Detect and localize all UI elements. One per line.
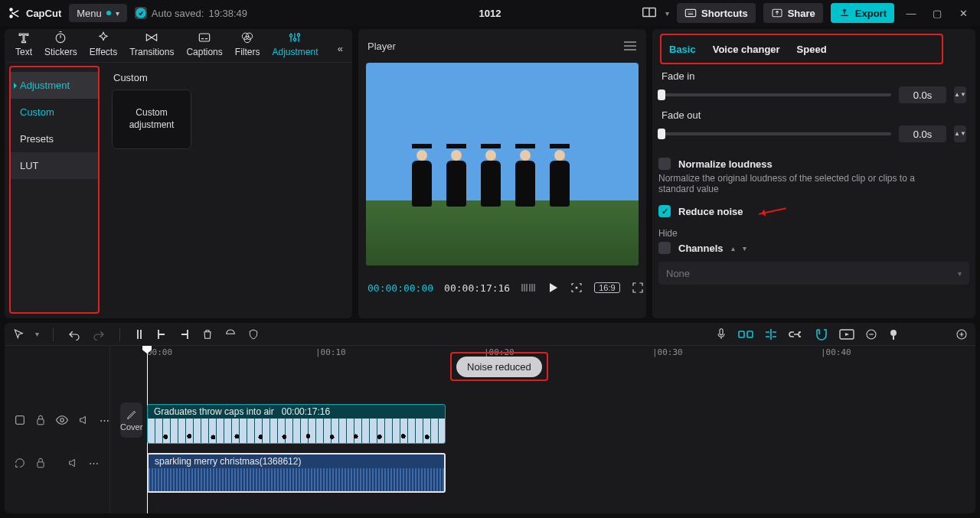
svg-point-27: [60, 419, 64, 422]
audio-clip-name: sparkling merry christmas(1368612): [155, 456, 301, 467]
channels-row[interactable]: Channels ▴ ▾: [658, 242, 969, 254]
export-icon: [838, 8, 851, 18]
sidenav-item-presets[interactable]: Presets: [11, 125, 98, 152]
export-button[interactable]: Export: [831, 3, 894, 23]
window-maximize[interactable]: ▢: [928, 8, 946, 19]
mark-in-icon[interactable]: [224, 328, 237, 340]
share-button[interactable]: Share: [763, 3, 823, 23]
video-clip-duration: 00:00:17:16: [282, 406, 330, 417]
play-icon[interactable]: [547, 282, 559, 294]
captions-icon: [197, 30, 212, 45]
svg-point-15: [294, 38, 296, 41]
aspect-ratio[interactable]: 16:9: [594, 282, 619, 293]
chevron-up-icon[interactable]: ▴: [731, 244, 735, 252]
tab-filters[interactable]: Filters: [229, 27, 266, 62]
tab-adjustment[interactable]: Adjustment: [266, 27, 324, 62]
fade-in-slider[interactable]: [662, 93, 891, 96]
player-menu-icon[interactable]: [623, 41, 637, 51]
columns-icon[interactable]: [521, 282, 536, 293]
split-icon[interactable]: [134, 328, 145, 340]
svg-rect-26: [38, 419, 44, 425]
fade-out-slider[interactable]: [662, 132, 891, 135]
magnet-icon[interactable]: [815, 328, 828, 340]
audio-track-controls: ⋯: [5, 441, 109, 485]
timeline-body[interactable]: 00:00 |00:10 |00:20 |00:30 |00:40 Noise …: [110, 346, 975, 513]
chevron-down-icon[interactable]: ▾: [743, 244, 746, 252]
window-close[interactable]: ✕: [954, 8, 972, 19]
more-icon[interactable]: ⋯: [89, 458, 100, 469]
tab-voice-changer[interactable]: Voice changer: [713, 44, 780, 55]
chevron-down-icon[interactable]: ▾: [35, 330, 39, 338]
noise-reduced-toast: Noise reduced: [450, 352, 548, 381]
svg-point-23: [890, 330, 897, 336]
adjustment-sidenav: Adjustment Custom Presets LUT: [9, 66, 100, 314]
preview-stage[interactable]: [366, 63, 639, 266]
audio-clip[interactable]: sparkling merry christmas(1368612): [147, 453, 446, 493]
pointer-icon[interactable]: [12, 328, 24, 340]
tab-speed[interactable]: Speed: [797, 44, 827, 55]
shortcuts-button[interactable]: Shortcuts: [677, 3, 756, 23]
svg-rect-25: [16, 416, 24, 425]
speaker-icon[interactable]: [78, 414, 90, 426]
mirror-icon[interactable]: [14, 414, 26, 426]
timeline-track-controls: ⋯ Cover ⋯: [5, 346, 110, 513]
eye-icon[interactable]: [55, 415, 69, 425]
window-minimize[interactable]: —: [902, 8, 920, 19]
zoom-slider[interactable]: [888, 328, 899, 340]
snap-icon[interactable]: [738, 329, 753, 340]
preview-icon[interactable]: [839, 329, 854, 340]
channels-dropdown[interactable]: None ▾: [658, 262, 969, 285]
zoom-out-icon[interactable]: [865, 328, 877, 340]
tab-stickers[interactable]: Stickers: [38, 27, 83, 62]
fullscreen-icon[interactable]: [631, 281, 645, 295]
fade-out-value[interactable]: 0.0s: [899, 125, 946, 142]
link-icon[interactable]: [789, 330, 804, 339]
undo-icon[interactable]: [67, 328, 81, 340]
trim-right-icon[interactable]: [178, 328, 191, 340]
tab-transitions[interactable]: Transitions: [123, 27, 180, 62]
speaker-icon[interactable]: [67, 457, 80, 469]
channels-checkbox[interactable]: [658, 242, 671, 254]
custom-adjustment-card[interactable]: Custom adjustment: [112, 90, 191, 149]
tab-text[interactable]: Text: [9, 27, 38, 62]
svg-rect-10: [199, 34, 209, 41]
lock-icon[interactable]: [35, 414, 46, 426]
fade-in-stepper[interactable]: ▲▼: [954, 86, 966, 103]
zoom-in-icon[interactable]: [956, 328, 968, 340]
normalize-row[interactable]: Normalize loudness: [658, 158, 969, 170]
scissors-icon: [8, 6, 21, 20]
mic-icon[interactable]: [715, 327, 727, 341]
menu-button[interactable]: Menu ▾: [69, 4, 127, 22]
tab-effects[interactable]: Effects: [83, 27, 123, 62]
redo-icon[interactable]: [92, 328, 106, 340]
sidenav-item-lut[interactable]: LUT: [11, 152, 98, 179]
filters-icon: [240, 30, 255, 45]
fade-out-field: Fade out 0.0s ▲▼: [658, 108, 969, 144]
delete-icon[interactable]: [201, 328, 214, 340]
sidenav-item-custom[interactable]: Custom: [11, 99, 98, 125]
fade-out-stepper[interactable]: ▲▼: [954, 125, 966, 142]
normalize-checkbox[interactable]: [658, 158, 671, 170]
normalize-desc: Normalize the original loudness of the s…: [658, 173, 949, 194]
project-title: 1012: [479, 8, 501, 19]
trim-left-icon[interactable]: [155, 328, 168, 340]
more-icon[interactable]: ⋯: [100, 415, 111, 426]
svg-rect-20: [747, 331, 753, 337]
channels-label: Channels: [678, 243, 724, 254]
svg-rect-28: [38, 462, 44, 468]
align-icon[interactable]: [764, 328, 778, 340]
chevron-down-icon[interactable]: ▾: [665, 9, 669, 18]
layout-icon[interactable]: [641, 5, 658, 21]
video-clip[interactable]: Graduates throw caps into air 00:00:17:1…: [147, 404, 446, 444]
reduce-noise-checkbox[interactable]: [658, 205, 671, 217]
scan-icon[interactable]: [570, 281, 583, 295]
tab-basic[interactable]: Basic: [669, 44, 696, 55]
lock-icon[interactable]: [35, 457, 46, 469]
sidenav-header[interactable]: Adjustment: [11, 72, 98, 99]
tab-captions[interactable]: Captions: [180, 27, 228, 62]
fade-in-value[interactable]: 0.0s: [899, 86, 946, 103]
loop-icon[interactable]: [14, 457, 26, 469]
reduce-noise-row[interactable]: Reduce noise: [658, 205, 969, 217]
shield-icon[interactable]: [247, 328, 260, 340]
collapse-panel-icon[interactable]: «: [333, 38, 348, 62]
